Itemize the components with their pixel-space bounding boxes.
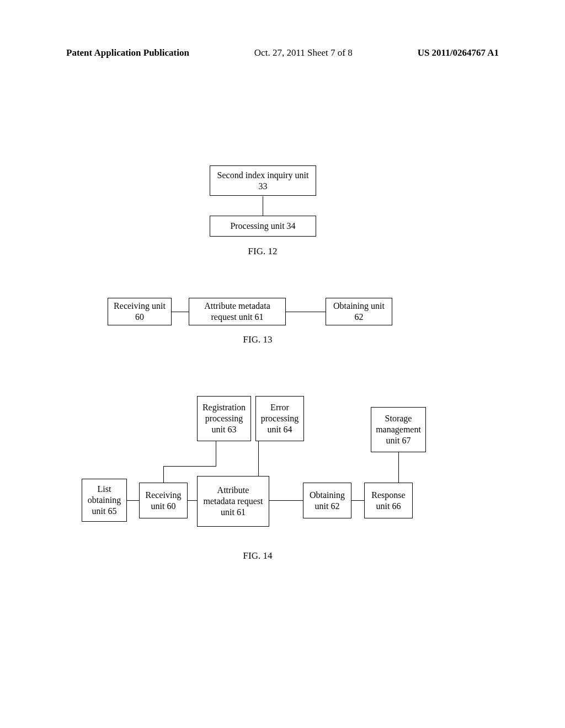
fig14-connector-reg-horiz xyxy=(163,466,216,467)
fig14-connector-reg-to-recv xyxy=(163,466,164,483)
fig14-connector-list-recv xyxy=(127,500,139,501)
fig14-connector-reg-down xyxy=(216,441,216,466)
fig13-caption: FIG. 13 xyxy=(0,334,540,345)
fig14-box-registration: Registration processing unit 63 xyxy=(197,396,251,441)
fig13-box-receiving: Receiving unit 60 xyxy=(108,298,172,325)
header-right: US 2011/0264767 A1 xyxy=(418,47,499,58)
fig14-box-error: Error processing unit 64 xyxy=(255,396,304,441)
fig14-box-response: Response unit 66 xyxy=(364,483,413,518)
fig14-connector-obt-resp xyxy=(351,500,364,501)
fig14-caption: FIG. 14 xyxy=(0,550,540,561)
fig12-box-second-index: Second index inquiry unit 33 xyxy=(210,165,316,196)
fig12-connector-vertical xyxy=(263,196,263,216)
fig14-connector-stor-down xyxy=(398,452,399,483)
fig14-box-list: List obtaining unit 65 xyxy=(82,479,127,522)
fig14-connector-recv-attr xyxy=(188,500,197,501)
fig14-box-obtaining: Obtaining unit 62 xyxy=(303,483,351,518)
fig14-connector-attr-obt xyxy=(269,500,303,501)
fig13-box-attribute: Attribute metadata request unit 61 xyxy=(189,298,286,325)
fig13-connector-1 xyxy=(172,312,189,312)
header-center: Oct. 27, 2011 Sheet 7 of 8 xyxy=(254,47,353,58)
fig12-box-processing: Processing unit 34 xyxy=(210,216,316,237)
fig14-box-receiving: Receiving unit 60 xyxy=(139,483,188,518)
header-left: Patent Application Publication xyxy=(66,47,189,58)
fig14-box-attribute: Attribute metadata request unit 61 xyxy=(197,476,269,527)
fig14-connector-err-down xyxy=(258,441,259,476)
fig13-connector-2 xyxy=(286,312,326,312)
fig14-box-storage: Storage management unit 67 xyxy=(371,407,426,452)
fig12-caption: FIG. 12 xyxy=(0,246,545,257)
page-header: Patent Application Publication Oct. 27, … xyxy=(0,47,565,58)
fig13-box-obtaining: Obtaining unit 62 xyxy=(326,298,392,325)
